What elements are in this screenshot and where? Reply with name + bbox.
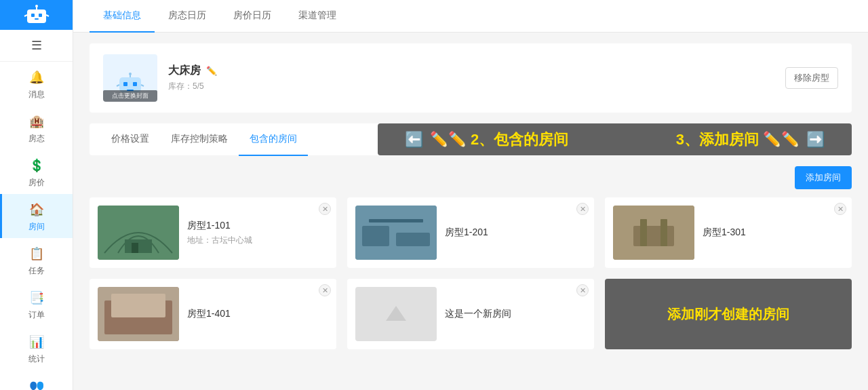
rooms-header: 添加房间 bbox=[90, 166, 852, 189]
menu-toggle-icon: ☰ bbox=[31, 38, 42, 53]
sub-tabs-left: 价格设置 库存控制策略 包含的房间 bbox=[100, 123, 308, 155]
room-card-301: 房型1-301 ✕ bbox=[605, 197, 852, 268]
rooms-icon: 🏠 bbox=[29, 202, 44, 217]
content-area: 点击更换封面 大床房 ✏️ 库存：5/5 移除房型 价格设置 库存控制策略 包含… bbox=[73, 33, 868, 390]
messages-icon: 🔔 bbox=[29, 70, 44, 85]
guide-label-2: 3、添加房间 ✏️✏️ bbox=[676, 130, 800, 150]
room-301-name: 房型1-301 bbox=[703, 227, 746, 239]
tab-price-log[interactable]: 房价日历 bbox=[220, 0, 285, 33]
tab-channel[interactable]: 渠道管理 bbox=[285, 0, 350, 33]
rooms-section: 添加房间 房型1-101 bbox=[90, 166, 852, 349]
room-201-name: 房型1-201 bbox=[445, 227, 488, 239]
room-price-icon: 💲 bbox=[29, 158, 44, 173]
orders-icon: 📑 bbox=[29, 290, 44, 305]
sidebar-logo bbox=[0, 0, 73, 30]
stats-icon: 📊 bbox=[29, 334, 44, 349]
room-new-info: 这是一个新房间 bbox=[445, 308, 511, 320]
room-201-image bbox=[355, 206, 437, 260]
menu-toggle[interactable]: ☰ bbox=[0, 30, 73, 62]
room-301-image bbox=[613, 206, 694, 260]
svg-rect-24 bbox=[633, 226, 674, 246]
cover-change-label[interactable]: 点击更换封面 bbox=[103, 90, 157, 102]
arrow-right-icon: ➡️ bbox=[806, 131, 825, 149]
room-101-image bbox=[98, 206, 179, 260]
room-401-image bbox=[98, 287, 179, 341]
main-content: 基础信息 房态日历 房价日历 渠道管理 bbox=[73, 0, 868, 390]
add-room-overlay-panel: 添加刚才创建的房间 bbox=[605, 279, 852, 349]
room-101-img-svg bbox=[98, 206, 179, 260]
room-301-info: 房型1-301 bbox=[703, 227, 746, 239]
room-401-info: 房型1-401 bbox=[187, 308, 231, 320]
svg-rect-0 bbox=[27, 9, 46, 23]
room-101-remove-button[interactable]: ✕ bbox=[319, 203, 331, 215]
sub-tab-inventory[interactable]: 库存控制策略 bbox=[160, 123, 239, 156]
svg-line-7 bbox=[46, 15, 49, 16]
sidebar-item-messages[interactable]: 🔔 消息 bbox=[0, 62, 73, 106]
svg-rect-25 bbox=[640, 219, 647, 246]
add-room-overlay-text: 添加刚才创建的房间 bbox=[667, 305, 789, 324]
arrow-left-icon: ⬅️ bbox=[405, 131, 423, 149]
tab-room-status-log[interactable]: 房态日历 bbox=[155, 0, 220, 33]
room-type-left: 点击更换封面 大床房 ✏️ 库存：5/5 bbox=[103, 54, 217, 102]
svg-rect-22 bbox=[369, 219, 423, 222]
room-card-new: 这是一个新房间 ✕ bbox=[347, 279, 594, 349]
room-101-info: 房型1-101 地址：古坛中心城 bbox=[187, 220, 252, 246]
sidebar-item-room-price[interactable]: 💲 房价 bbox=[0, 150, 73, 194]
room-401-remove-button[interactable]: ✕ bbox=[319, 284, 331, 296]
edit-room-type-icon[interactable]: ✏️ bbox=[206, 66, 217, 76]
room-401-name: 房型1-401 bbox=[187, 308, 231, 320]
guide-overlay-panel: ⬅️ ✏️✏️ 2、包含的房间 3、添加房间 ✏️✏️ ➡️ bbox=[378, 123, 852, 155]
svg-line-15 bbox=[141, 85, 144, 86]
svg-rect-2 bbox=[39, 14, 42, 17]
sub-tab-rooms[interactable]: 包含的房间 bbox=[239, 123, 308, 156]
room-401-img-svg bbox=[98, 287, 179, 341]
active-indicator bbox=[0, 194, 2, 238]
sidebar-item-orders[interactable]: 📑 订单 bbox=[0, 282, 73, 326]
svg-rect-26 bbox=[660, 219, 667, 246]
sub-tab-price-setting[interactable]: 价格设置 bbox=[100, 123, 160, 156]
svg-point-13 bbox=[129, 73, 132, 75]
sub-accounts-icon: 👥 bbox=[29, 378, 44, 390]
svg-rect-20 bbox=[362, 226, 389, 246]
room-new-remove-button[interactable]: ✕ bbox=[576, 284, 589, 296]
svg-rect-21 bbox=[396, 233, 430, 246]
room-type-stock: 库存：5/5 bbox=[168, 81, 217, 92]
tab-basic-info[interactable]: 基础信息 bbox=[90, 0, 155, 33]
sub-tabs-container: 价格设置 库存控制策略 包含的房间 ⬅️ ✏️✏️ 2、包含的房间 3、添加房间… bbox=[90, 123, 852, 155]
svg-line-6 bbox=[24, 15, 27, 16]
room-new-name: 这是一个新房间 bbox=[445, 308, 511, 320]
tabs-bar: 基础信息 房态日历 房价日历 渠道管理 bbox=[73, 0, 868, 33]
room-cover[interactable]: 点击更换封面 bbox=[103, 54, 157, 102]
sidebar: ☰ 🔔 消息 🏨 房态 💲 房价 🏠 房间 📋 任务 📑 订单 📊 统计 👥 子… bbox=[0, 0, 73, 390]
svg-rect-1 bbox=[31, 14, 35, 17]
room-301-remove-button[interactable]: ✕ bbox=[834, 203, 846, 215]
room-card-401: 房型1-401 ✕ bbox=[90, 279, 336, 349]
sidebar-item-tasks[interactable]: 📋 任务 bbox=[0, 238, 73, 282]
svg-marker-30 bbox=[386, 306, 406, 321]
sidebar-item-rooms[interactable]: 🏠 房间 bbox=[0, 194, 73, 238]
room-type-header: 点击更换封面 大床房 ✏️ 库存：5/5 移除房型 bbox=[90, 43, 852, 113]
room-card-201: 房型1-201 ✕ bbox=[347, 197, 594, 268]
room-201-img-svg bbox=[355, 206, 437, 260]
room-101-addr: 地址：古坛中心城 bbox=[187, 235, 252, 246]
room-201-info: 房型1-201 bbox=[445, 227, 488, 239]
add-room-button[interactable]: 添加房间 bbox=[795, 166, 852, 189]
sidebar-item-sub-accounts[interactable]: 👥 子账号... bbox=[0, 370, 73, 390]
room-new-placeholder-icon bbox=[382, 300, 410, 328]
rooms-grid: 房型1-101 地址：古坛中心城 ✕ bbox=[90, 197, 852, 349]
room-101-name: 房型1-101 bbox=[187, 220, 252, 232]
svg-rect-29 bbox=[111, 294, 165, 317]
svg-rect-3 bbox=[35, 18, 39, 20]
remove-room-type-button[interactable]: 移除房型 bbox=[785, 67, 838, 89]
room-status-icon: 🏨 bbox=[29, 114, 44, 129]
sidebar-item-room-status[interactable]: 🏨 房态 bbox=[0, 106, 73, 150]
room-201-remove-button[interactable]: ✕ bbox=[576, 203, 589, 215]
svg-rect-10 bbox=[133, 82, 137, 86]
svg-line-14 bbox=[117, 85, 119, 86]
room-type-info: 大床房 ✏️ 库存：5/5 bbox=[168, 64, 217, 92]
sidebar-item-stats[interactable]: 📊 统计 bbox=[0, 326, 73, 370]
room-301-img-svg bbox=[613, 206, 694, 260]
guide-text-left: ⬅️ ✏️✏️ 2、包含的房间 bbox=[405, 130, 568, 150]
room-card-101: 房型1-101 地址：古坛中心城 ✕ bbox=[90, 197, 336, 268]
guide-label-1: ✏️✏️ 2、包含的房间 bbox=[430, 130, 568, 150]
